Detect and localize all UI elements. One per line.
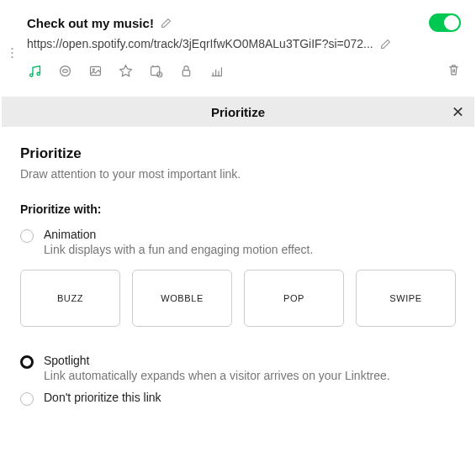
option-animation-desc: Link displays with a fun and engaging mo…	[44, 243, 456, 256]
svg-point-2	[11, 56, 13, 58]
link-url: https://open.spotify.com/track/3jEqrIfwK…	[27, 37, 373, 50]
animation-wobble[interactable]: WOBBLE	[132, 270, 232, 327]
edit-title-icon[interactable]	[161, 18, 172, 29]
animation-swipe[interactable]: SWIPE	[356, 270, 456, 327]
option-spotlight-desc: Link automatically expands when a visito…	[44, 369, 456, 382]
radio-none[interactable]	[20, 392, 34, 406]
svg-point-5	[93, 69, 94, 71]
link-toolbar	[27, 62, 461, 80]
close-icon[interactable]	[452, 106, 464, 118]
thumbnail-icon[interactable]	[87, 64, 103, 79]
section-label: Prioritize with:	[20, 202, 456, 216]
trash-icon[interactable]	[447, 62, 461, 80]
panel-subtitle: Draw attention to your most important li…	[20, 167, 456, 181]
animation-pop[interactable]: POP	[244, 270, 344, 327]
banner-title: Prioritize	[211, 105, 265, 119]
link-card: Check out my music! https://open.spotify…	[2, 2, 474, 90]
animation-buzz[interactable]: BUZZ	[20, 270, 120, 327]
svg-point-0	[11, 48, 13, 50]
prioritize-panel: Prioritize Draw attention to your most i…	[2, 127, 474, 426]
option-animation-title: Animation	[44, 228, 456, 241]
lock-icon[interactable]	[178, 64, 193, 79]
drag-handle[interactable]	[8, 13, 19, 59]
svg-point-1	[11, 52, 13, 54]
svg-rect-6	[151, 66, 159, 75]
radio-animation[interactable]	[20, 229, 34, 243]
animation-choices: BUZZ WOBBLE POP SWIPE	[20, 270, 456, 327]
prioritize-banner: Prioritize	[2, 97, 474, 127]
schedule-icon[interactable]	[148, 64, 163, 79]
option-animation[interactable]: Animation Link displays with a fun and e…	[20, 228, 456, 256]
option-none-title: Don't prioritize this link	[44, 391, 456, 404]
option-spotlight-title: Spotlight	[44, 354, 456, 367]
link-title: Check out my music!	[27, 16, 154, 30]
option-spotlight[interactable]: Spotlight Link automatically expands whe…	[20, 354, 456, 382]
svg-point-3	[60, 66, 70, 76]
analytics-icon[interactable]	[209, 64, 224, 79]
redirect-icon[interactable]	[57, 64, 72, 79]
music-icon[interactable]	[27, 64, 42, 79]
panel-title: Prioritize	[20, 145, 456, 162]
svg-rect-8	[182, 71, 190, 76]
edit-url-icon[interactable]	[380, 39, 391, 50]
enable-toggle[interactable]	[429, 13, 461, 32]
option-none[interactable]: Don't prioritize this link	[20, 391, 456, 406]
radio-spotlight[interactable]	[20, 355, 34, 369]
star-icon[interactable]	[118, 64, 133, 79]
